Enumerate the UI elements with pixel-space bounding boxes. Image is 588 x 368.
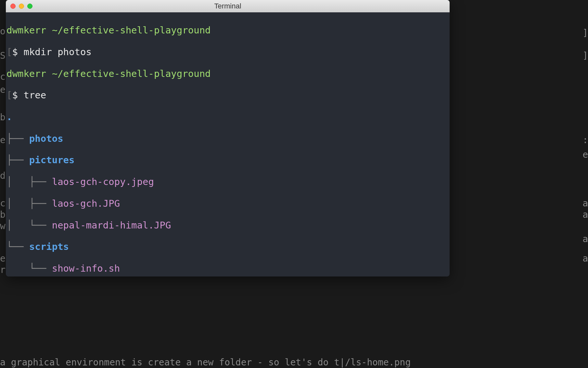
background-text: a graphical environment is create a new … [0,357,411,368]
prompt-path: ~/effective-shell-playground [52,68,211,79]
tree-root-dot: . [6,111,12,122]
background-text: a [582,253,588,264]
background-text: c [0,71,6,82]
command-text: mkdir photos [23,46,92,57]
titlebar[interactable]: Terminal [6,0,450,12]
tree-prefix: └── [6,241,29,252]
prompt-user: dwmkerr [6,68,46,79]
tree-prefix: │ ├── [6,198,52,209]
tree-dir: photos [29,133,63,144]
tree-line: │ ├── laos-gch-copy.jpeg [6,177,449,187]
minimize-button[interactable] [19,4,24,9]
command-text: tree [23,90,46,101]
background-text: b [0,112,6,123]
traffic-lights [10,4,32,9]
tree-dir: scripts [29,241,69,252]
window-title: Terminal [10,2,446,10]
background-text: a [582,234,588,245]
tree-prefix: └── [6,263,52,274]
tree-prefix: │ └── [6,220,52,231]
bracket-open: [ [6,46,12,57]
tree-line: └── show-info.sh [6,263,449,274]
tree-root: . [6,112,449,122]
background-text: a [582,209,588,220]
maximize-button[interactable] [27,4,32,9]
tree-file: nepal-mardi-himal.JPG [52,220,171,231]
prompt-user: dwmkerr [6,25,46,36]
background-text: a [582,198,588,209]
prompt-symbol: $ [12,90,18,101]
terminal-content[interactable]: dwmkerr ~/effective-shell-playground [$ … [6,12,450,276]
tree-line: └── scripts [6,241,449,252]
command-line: [$ mkdir photos [6,47,449,57]
tree-file: laos-gch-copy.jpeg [52,176,154,187]
tree-prefix: │ ├── [6,176,52,187]
bracket-open: [ [6,90,12,101]
prompt-path: ~/effective-shell-playground [52,25,211,36]
background-text: : [582,135,588,146]
tree-line: ├── pictures [6,155,449,166]
prompt-symbol: $ [12,46,18,57]
tree-prefix: ├── [6,154,29,166]
background-text: ] [582,50,588,61]
tree-prefix: ├── [6,133,29,144]
tree-file: laos-gch.JPG [52,198,120,209]
tree-line: │ └── nepal-mardi-himal.JPG [6,220,449,231]
tree-line: ├── photos [6,133,449,144]
background-text: r [0,264,6,276]
terminal-window: Terminal dwmkerr ~/effective-shell-playg… [6,0,450,276]
background-text: e [582,149,588,160]
close-button[interactable] [10,4,16,9]
tree-line: │ ├── laos-gch.JPG [6,198,449,209]
prompt-line: dwmkerr ~/effective-shell-playground [6,25,449,36]
prompt-line: dwmkerr ~/effective-shell-playground [6,68,449,79]
background-text: e [0,253,6,264]
tree-dir: pictures [29,154,75,166]
background-text: ] [582,28,588,39]
tree-file: show-info.sh [52,263,120,274]
command-line: [$ tree [6,90,449,101]
